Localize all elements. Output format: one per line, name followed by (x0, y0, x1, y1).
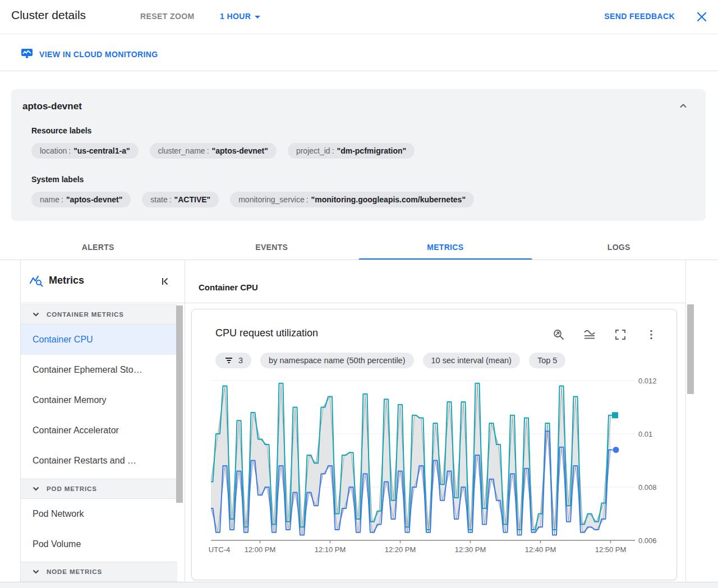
tab-alerts[interactable]: ALERTS (11, 234, 185, 260)
series-blue-end-marker (613, 447, 619, 453)
y-tick-label: 0.006 (638, 536, 657, 545)
cluster-name: aptos-devnet (22, 101, 82, 112)
plot-area (211, 383, 613, 535)
resource-label-chip: cluster_name : "aptos-devnet" (150, 143, 277, 159)
chart-filter-chips: 3 by namespace name (50th percentile) 10… (215, 353, 565, 368)
chart-mode-icon[interactable] (583, 328, 596, 341)
resource-labels-title: Resource labels (31, 126, 91, 135)
cluster-info-panel: aptos-devnet Resource labels location : … (11, 89, 706, 221)
tab-bar: ALERTS EVENTS METRICS LOGS (11, 234, 706, 260)
chevron-down-icon (31, 309, 41, 320)
main-panel: Container CPU CPU request utilization (186, 260, 686, 582)
timezone-label: UTC-4 (209, 545, 230, 554)
metrics-sidebar: Metrics CONTAINER METRICS Container CPU … (20, 260, 185, 582)
y-tick-label: 0.01 (638, 430, 652, 438)
sidebar-item-container-memory[interactable]: Container Memory (21, 385, 177, 415)
system-labels-title: System labels (31, 175, 84, 184)
resource-label-chip: location : "us-central1-a" (31, 143, 139, 159)
titlebar: Cluster details RESET ZOOM 1 HOUR SEND F… (0, 0, 718, 34)
chevron-down-icon (31, 567, 41, 577)
divider (20, 303, 686, 303)
zoom-chart-icon[interactable] (552, 328, 565, 341)
link-bar: VIEW IN CLOUD MONITORING (0, 35, 718, 71)
sidebar-scrollbar (176, 304, 183, 580)
bottom-strip (0, 582, 718, 588)
cluster-details-page: Cluster details RESET ZOOM 1 HOUR SEND F… (0, 0, 718, 588)
more-options-kebab-icon[interactable] (645, 328, 658, 341)
system-labels-row: name : "aptos-devnet" state : "ACTIVE" m… (31, 192, 474, 207)
section-container-metrics[interactable]: CONTAINER METRICS (21, 304, 177, 325)
sidebar-item-container-cpu[interactable]: Container CPU (21, 325, 177, 355)
tab-metrics[interactable]: METRICS (358, 234, 532, 260)
metric-section-title: Container CPU (199, 283, 258, 292)
system-label-chip: state : "ACTIVE" (142, 192, 219, 207)
close-icon[interactable] (694, 10, 709, 24)
main-scrollbar (687, 303, 694, 582)
metrics-icon (29, 274, 44, 291)
time-range-label: 1 HOUR (220, 12, 251, 21)
view-in-cloud-monitoring-label: VIEW IN CLOUD MONITORING (39, 50, 158, 59)
x-tick-label: 12:00 PM (245, 545, 276, 554)
x-tick-label: 12:40 PM (525, 545, 556, 554)
top5-chip[interactable]: Top 5 (529, 353, 565, 368)
system-label-chip: name : "aptos-devnet" (31, 192, 131, 207)
sidebar-item-pod-network[interactable]: Pod Network (21, 499, 177, 529)
series-teal-line (211, 383, 613, 530)
tab-logs[interactable]: LOGS (532, 234, 706, 260)
interval-chip[interactable]: 10 sec interval (mean) (423, 353, 520, 368)
y-tick-label: 0.012 (638, 377, 657, 385)
main-scrollbar-thumb[interactable] (687, 304, 694, 394)
sidebar-title: Metrics (49, 275, 84, 286)
reset-zoom-button[interactable]: RESET ZOOM (140, 12, 195, 21)
band-fill (211, 383, 611, 535)
x-tick-label: 12:10 PM (315, 545, 346, 554)
send-feedback-button[interactable]: SEND FEEDBACK (604, 12, 675, 21)
sidebar-item-container-restarts[interactable]: Container Restarts and … (21, 446, 177, 476)
sidebar-item-container-accelerator[interactable]: Container Accelerator (21, 415, 177, 446)
page-title: Cluster details (11, 8, 86, 22)
fullscreen-icon[interactable] (614, 328, 627, 341)
chevron-down-icon (31, 484, 41, 494)
x-tick-label: 12:50 PM (595, 545, 627, 554)
cloud-monitoring-icon (20, 47, 34, 61)
metric-list: CONTAINER METRICS Container CPU Containe… (21, 304, 177, 582)
collapse-panel-chevron-up-icon[interactable] (678, 100, 689, 112)
chart-card: CPU request utilization (191, 309, 677, 580)
sidebar-item-pod-volume[interactable]: Pod Volume (21, 529, 177, 559)
y-tick-label: 0.008 (638, 483, 657, 492)
section-pod-metrics[interactable]: POD METRICS (21, 479, 177, 499)
resource-labels-row: location : "us-central1-a" cluster_name … (31, 143, 415, 159)
system-label-chip: monitoring_service : "monitoring.googlea… (230, 192, 474, 207)
chart-title: CPU request utilization (215, 327, 318, 339)
chart-toolbar (552, 328, 658, 341)
filter-list-icon (224, 355, 234, 365)
sidebar-scrollbar-thumb[interactable] (176, 305, 183, 503)
x-tick-label: 12:30 PM (455, 545, 486, 554)
x-tick-label: 12:20 PM (385, 545, 416, 554)
sidebar-header: Metrics (21, 260, 185, 303)
filter-count-chip[interactable]: 3 (215, 353, 251, 368)
sidebar-item-container-ephemeral-storage[interactable]: Container Ephemeral Sto… (21, 355, 177, 385)
tab-events[interactable]: EVENTS (185, 234, 359, 260)
chevron-down-icon (255, 16, 260, 18)
series-teal-end-marker (612, 412, 618, 418)
band-lower-edge (211, 431, 611, 535)
band-upper-edge (211, 383, 611, 530)
resource-label-chip: project_id : "dm-pcfmigration" (288, 143, 415, 159)
section-node-metrics[interactable]: NODE METRICS (21, 562, 177, 582)
collapse-sidebar-icon[interactable] (159, 275, 172, 288)
groupby-chip[interactable]: by namespace name (50th percentile) (260, 353, 413, 368)
series-blue-line (211, 431, 613, 535)
time-range-dropdown[interactable]: 1 HOUR (220, 12, 260, 21)
cpu-utilization-chart: 0.0060.0080.010.01212:00 PM12:10 PM12:20… (192, 309, 678, 581)
view-in-cloud-monitoring-link[interactable]: VIEW IN CLOUD MONITORING (20, 47, 158, 61)
